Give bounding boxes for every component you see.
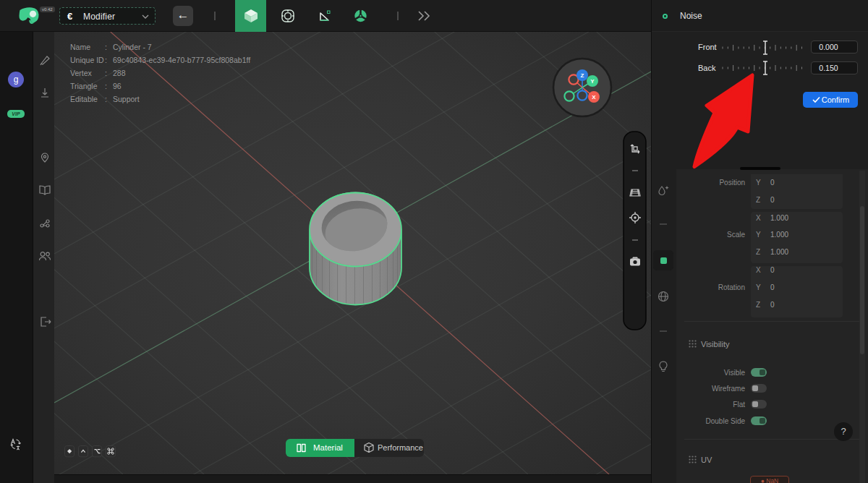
svg-text:Z: Z [581, 72, 584, 79]
svg-text:X: X [592, 94, 596, 101]
svg-text:Y: Y [590, 78, 595, 85]
